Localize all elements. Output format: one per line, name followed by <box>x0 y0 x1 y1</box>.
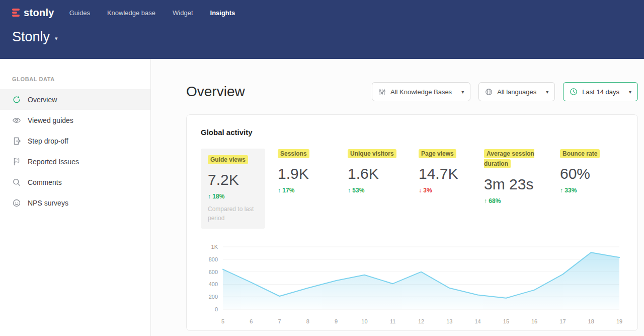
metric-sessions[interactable]: Sessions 1.9K ↑ 17% <box>278 149 348 194</box>
trend-arrow-icon: ↑ <box>208 193 211 200</box>
card-title: Global activity <box>201 128 623 137</box>
comments-icon <box>12 178 21 187</box>
top-header: stonly Guides Knowledge base Widget Insi… <box>0 0 644 59</box>
main-content: Overview All Knowledge Bases ▾ All langu… <box>151 59 644 336</box>
workspace-caret-icon[interactable]: ▾ <box>55 35 58 42</box>
metric-guide-views[interactable]: Guide views 7.2K ↑ 18% Compared to last … <box>201 149 265 229</box>
chevron-down-icon: ▾ <box>546 89 548 95</box>
stonly-logo-icon <box>12 9 20 16</box>
metric-label: Sessions <box>278 149 309 158</box>
metric-value: 3m 23s <box>484 176 560 193</box>
metrics-row: Guide views 7.2K ↑ 18% Compared to last … <box>201 149 623 229</box>
sidebar-item-label: Viewed guides <box>28 116 73 124</box>
svg-text:11: 11 <box>390 318 395 324</box>
metric-trend: ↑ 17% <box>278 187 348 194</box>
trend-arrow-icon: ↑ <box>348 187 351 194</box>
metric-trend: ↓ 3% <box>419 187 484 194</box>
nav-item-insights[interactable]: Insights <box>210 9 235 17</box>
sidebar-item-label: Overview <box>28 96 57 104</box>
metric-label: Unique visitors <box>348 149 396 158</box>
svg-text:19: 19 <box>616 318 622 324</box>
sidebar-item-viewed-guides[interactable]: Viewed guides <box>0 110 150 130</box>
svg-text:17: 17 <box>559 318 566 324</box>
sidebar-item-nps-surveys[interactable]: NPS surveys <box>0 192 150 213</box>
metric-label: Bounce rate <box>560 149 600 158</box>
svg-text:14: 14 <box>474 318 480 324</box>
sidebar-section-label: GLOBAL DATA <box>0 76 150 82</box>
sliders-icon <box>378 88 386 96</box>
metric-trend: ↑ 33% <box>560 187 615 194</box>
clock-icon <box>570 88 578 96</box>
svg-text:600: 600 <box>209 269 218 275</box>
eye-icon <box>12 116 21 125</box>
globe-icon <box>485 88 493 96</box>
svg-text:1K: 1K <box>211 244 218 250</box>
languages-value: All languages <box>497 88 536 96</box>
metric-value: 1.6K <box>348 165 419 182</box>
date-range-value: Last 14 days <box>582 88 619 96</box>
workspace-title: Stonly <box>12 29 50 45</box>
overview-refresh-icon <box>12 95 21 104</box>
stonly-logo-text: stonly <box>24 7 54 19</box>
global-activity-chart: 02004006008001K5678910111213141516171819 <box>201 241 623 327</box>
metric-label: Guide views <box>208 155 248 164</box>
sidebar-item-overview[interactable]: Overview <box>0 89 150 110</box>
languages-dropdown[interactable]: All languages ▾ <box>478 82 555 101</box>
metric-value: 7.2K <box>208 171 258 188</box>
svg-text:12: 12 <box>418 318 424 324</box>
sidebar-item-label: Step drop-off <box>28 137 68 145</box>
nav-item-knowledge-base[interactable]: Knowledge base <box>107 9 155 17</box>
svg-text:200: 200 <box>209 294 218 300</box>
metric-trend: ↑ 53% <box>348 187 419 194</box>
stonly-logo[interactable]: stonly <box>12 7 54 19</box>
metric-unique-visitors[interactable]: Unique visitors 1.6K ↑ 53% <box>348 149 419 194</box>
sidebar-item-comments[interactable]: Comments <box>0 172 150 192</box>
metric-average-session-duration[interactable]: Average session duration 3m 23s ↑ 68% <box>484 149 560 205</box>
svg-text:800: 800 <box>209 256 218 262</box>
metric-value: 14.7K <box>419 165 484 182</box>
page-title: Overview <box>186 84 245 100</box>
flag-icon <box>12 157 21 166</box>
svg-text:5: 5 <box>221 318 224 324</box>
metric-trend: ↑ 68% <box>484 197 560 205</box>
trend-arrow-icon: ↓ <box>419 187 422 194</box>
trend-arrow-icon: ↑ <box>278 187 281 194</box>
trend-arrow-icon: ↑ <box>560 187 563 194</box>
svg-text:13: 13 <box>446 318 452 324</box>
sidebar-item-label: Comments <box>28 178 62 186</box>
global-activity-chart-container: 02004006008001K5678910111213141516171819 <box>201 241 623 329</box>
svg-text:15: 15 <box>503 318 509 324</box>
nav-item-widget[interactable]: Widget <box>173 9 193 17</box>
svg-text:400: 400 <box>209 282 218 288</box>
metric-label: Page views <box>419 149 456 158</box>
svg-text:9: 9 <box>335 318 338 324</box>
sidebar-item-reported-issues[interactable]: Reported Issues <box>0 151 150 172</box>
chevron-down-icon: ▾ <box>461 89 464 95</box>
metric-value: 60% <box>560 165 615 182</box>
trend-arrow-icon: ↑ <box>484 197 487 205</box>
metric-value: 1.9K <box>278 165 348 182</box>
sidebar-item-label: Reported Issues <box>28 158 79 166</box>
sidebar: GLOBAL DATA Overview Viewed guides Step … <box>0 59 151 336</box>
svg-text:0: 0 <box>215 306 218 312</box>
sidebar-item-label: NPS surveys <box>28 199 68 207</box>
knowledge-bases-value: All Knowledge Bases <box>390 88 452 96</box>
sidebar-item-step-drop-off[interactable]: Step drop-off <box>0 130 150 151</box>
nav-item-guides[interactable]: Guides <box>69 9 90 17</box>
svg-text:10: 10 <box>361 318 367 324</box>
metric-label: Average session duration <box>484 149 534 168</box>
metric-note: Compared to last period <box>208 205 258 223</box>
filters-bar: All Knowledge Bases ▾ All languages ▾ La… <box>372 82 638 101</box>
svg-text:7: 7 <box>278 318 281 324</box>
metric-bounce-rate[interactable]: Bounce rate 60% ↑ 33% <box>560 149 615 194</box>
metric-trend: ↑ 18% <box>208 193 258 200</box>
knowledge-bases-dropdown[interactable]: All Knowledge Bases ▾ <box>372 82 470 101</box>
svg-text:18: 18 <box>588 318 594 324</box>
metric-page-views[interactable]: Page views 14.7K ↓ 3% <box>419 149 484 194</box>
chevron-down-icon: ▾ <box>629 89 631 95</box>
date-range-dropdown[interactable]: Last 14 days ▾ <box>563 82 638 101</box>
step-drop-off-icon <box>12 137 21 146</box>
svg-text:6: 6 <box>250 318 253 324</box>
global-activity-card: Global activity Guide views 7.2K ↑ 18% C… <box>186 114 638 331</box>
svg-text:8: 8 <box>306 318 309 324</box>
